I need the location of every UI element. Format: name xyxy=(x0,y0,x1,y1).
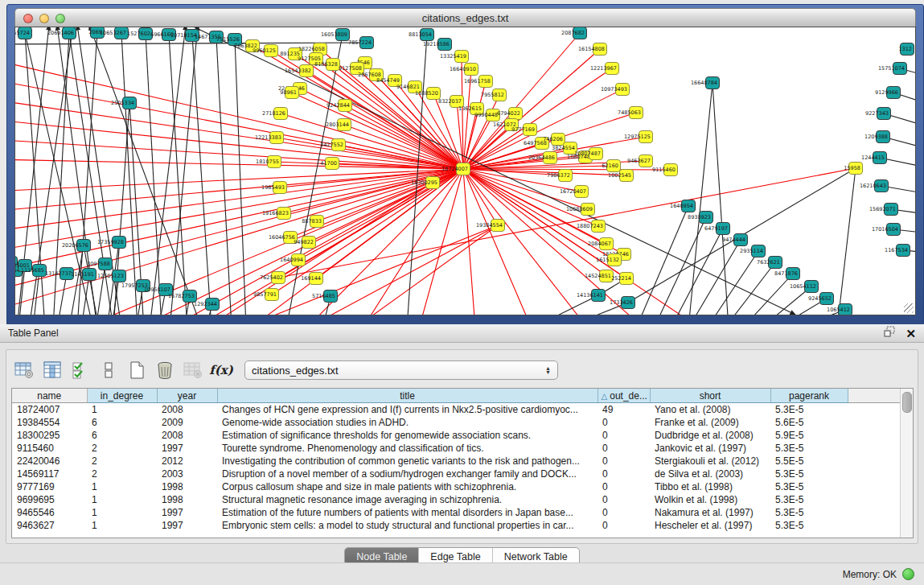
table-cell[interactable]: 1 xyxy=(87,480,157,493)
graph-node-12213967[interactable]: 12213967 xyxy=(590,63,619,75)
graph-node-9129966[interactable]: 9129966 xyxy=(875,87,900,99)
graph-node-15692071[interactable]: 15692071 xyxy=(869,204,898,216)
table-cell[interactable]: 2 xyxy=(87,468,157,480)
table-cell[interactable]: 0 xyxy=(598,480,650,493)
table-row[interactable]: 946362711997Embryonic stem cells: a mode… xyxy=(12,519,900,532)
table-cell[interactable]: Tibbo et al. (1998) xyxy=(650,480,770,493)
graph-node-5716485[interactable]: 5716485 xyxy=(312,290,337,303)
table-cell[interactable]: 5.3E-5 xyxy=(770,519,848,532)
graph-node-14136141[interactable]: 14136141 xyxy=(577,290,606,302)
graph-node-8813054[interactable]: 8813054 xyxy=(409,29,433,41)
scrollbar-thumb[interactable] xyxy=(902,392,912,413)
graph-node-20206576[interactable]: 20206576 xyxy=(62,240,91,252)
graph-node-16046756[interactable]: 16046756 xyxy=(269,232,298,244)
column-header-out_de...[interactable]: △out_de... xyxy=(598,389,650,403)
table-cell[interactable]: 9465546 xyxy=(12,506,87,519)
graph-node-13142737[interactable]: 13142737 xyxy=(45,268,74,280)
table-row[interactable]: 2242004622012Investigating the contribut… xyxy=(12,455,900,468)
function-builder-icon[interactable]: f(x) xyxy=(211,360,231,380)
column-header-year[interactable]: year xyxy=(157,389,217,403)
table-cell[interactable]: Tourette syndrome. Phenomenology and cla… xyxy=(217,442,598,455)
table-cell[interactable]: 1997 xyxy=(157,442,217,455)
table-cell[interactable]: 2008 xyxy=(157,403,217,417)
graph-node-2718126[interactable]: 2718126 xyxy=(262,108,287,120)
table-cell[interactable]: 1 xyxy=(87,403,157,417)
graph-node-13325419[interactable]: 13325419 xyxy=(440,51,469,63)
table-cell[interactable]: 9777169 xyxy=(12,480,87,493)
column-header-title[interactable]: title xyxy=(217,389,598,403)
graph-node-2084067[interactable]: 2084067 xyxy=(588,238,613,250)
graph-node-10654112[interactable]: 10654112 xyxy=(790,281,819,293)
table-row[interactable]: 1830029562008Estimation of significance … xyxy=(12,429,900,442)
graph-node-1733426[interactable]: 1733426 xyxy=(610,297,634,309)
table-row[interactable]: 1872400712008Changes of HCN gene express… xyxy=(12,403,900,417)
column-header-short[interactable]: short xyxy=(650,389,770,403)
table-cell[interactable]: Structural magnetic resonance image aver… xyxy=(217,493,598,506)
graph-node-7485063[interactable]: 7485063 xyxy=(618,107,643,119)
graph-node-1640954[interactable]: 1640954 xyxy=(670,200,695,212)
graph-node-12213383[interactable]: 12213383 xyxy=(255,132,284,144)
delete-table-icon[interactable] xyxy=(183,360,203,380)
table-cell[interactable]: Estimation of significance thresholds fo… xyxy=(217,429,598,442)
table-cell[interactable]: 9463627 xyxy=(12,519,87,532)
graph-node-16154808[interactable]: 16154808 xyxy=(578,43,607,56)
table-cell[interactable]: Corpus callosum shape and size in male p… xyxy=(217,480,598,493)
table-cell[interactable]: 9699695 xyxy=(12,493,87,506)
graph-node-7625402[interactable]: 7625402 xyxy=(260,272,285,284)
table-cell[interactable]: 5.3E-5 xyxy=(770,468,848,480)
table-cell[interactable]: Wolkin et al. (1998) xyxy=(650,493,770,506)
graph-node-16543382[interactable]: 16543382 xyxy=(285,65,314,77)
graph-node-9115460[interactable]: 9115460 xyxy=(652,164,677,176)
graph-node-12505123[interactable]: 12505123 xyxy=(97,270,126,282)
close-icon[interactable]: ✕ xyxy=(906,328,916,340)
graph-node-1244415[interactable]: 1244415 xyxy=(861,152,886,164)
table-cell[interactable]: 0 xyxy=(598,429,650,442)
table-cell[interactable]: 2 xyxy=(87,455,157,468)
table-cell[interactable]: Hescheler et al. (1997) xyxy=(650,519,770,532)
table-cell[interactable]: Estimation of the future numbers of pati… xyxy=(217,506,598,519)
graph-node-1527602[interactable]: 1527602 xyxy=(127,28,152,40)
graph-node-1167534[interactable]: 1167534 xyxy=(885,245,910,257)
graph-node-6479197[interactable]: 6479197 xyxy=(704,223,729,235)
table-cell[interactable]: 5.3E-5 xyxy=(770,403,848,417)
graph-node-10688609[interactable]: 10688609 xyxy=(566,204,595,216)
graph-node-9857791[interactable]: 9857791 xyxy=(253,289,278,301)
graph-node-16961758[interactable]: 16961758 xyxy=(464,76,493,88)
graph-node-62160[interactable]: 62160 xyxy=(602,160,620,172)
window-titlebar[interactable]: citations_edges.txt xyxy=(14,8,916,27)
graph-node-169144[interactable]: 169144 xyxy=(301,273,322,285)
table-cell[interactable]: Yano et al. (2008) xyxy=(650,403,770,417)
graph-node-2087682[interactable]: 2087682 xyxy=(561,27,586,39)
graph-node-8471876[interactable]: 8471876 xyxy=(774,268,799,280)
graph-node-7857224[interactable]: 7857224 xyxy=(348,37,373,49)
table-cell[interactable]: 5.3E-5 xyxy=(770,506,848,519)
table-cell[interactable]: 2008 xyxy=(157,429,217,442)
table-cell[interactable]: 1998 xyxy=(157,480,217,493)
table-cell[interactable]: 1 xyxy=(87,506,157,519)
table-cell[interactable]: Franke et al. (2009) xyxy=(650,416,770,429)
float-window-icon[interactable] xyxy=(884,326,896,340)
table-cell[interactable]: 5.3E-5 xyxy=(770,442,848,455)
network-viewport[interactable]: 1405572420691406206910653267152760269661… xyxy=(14,27,916,315)
graph-node-1965493[interactable]: 1965493 xyxy=(261,182,286,194)
table-cell[interactable]: Jankovic et al. (1997) xyxy=(650,442,770,455)
table-cell[interactable]: 9115460 xyxy=(12,442,87,455)
graph-node-252214[interactable]: 252214 xyxy=(611,273,633,285)
graph-node-2935114[interactable]: 2935114 xyxy=(740,245,765,257)
graph-node-1209388[interactable]: 1209388 xyxy=(864,131,889,143)
table-cell[interactable]: 5.9E-5 xyxy=(770,429,848,442)
table-cell[interactable]: 0 xyxy=(598,468,650,480)
table-cell[interactable]: Changes of HCN gene expression and I(f) … xyxy=(217,403,598,417)
graph-node-7955812[interactable]: 7955812 xyxy=(481,89,506,101)
network-canvas[interactable]: 1405572420691406206910653267152760269661… xyxy=(15,27,916,315)
graph-node-1810755[interactable]: 1810755 xyxy=(256,156,281,168)
table-cell[interactable]: 1 xyxy=(87,493,157,506)
delete-column-icon[interactable] xyxy=(155,360,175,380)
graph-node-7632621[interactable]: 7632621 xyxy=(757,257,782,269)
table-cell[interactable]: 2009 xyxy=(157,416,217,429)
graph-node-1065412[interactable]: 1065412 xyxy=(827,304,852,316)
table-row[interactable]: 946554611997Estimation of the future num… xyxy=(12,506,900,519)
graph-node-2505334[interactable]: 2505334 xyxy=(111,97,136,109)
table-cell[interactable]: 6 xyxy=(87,429,157,442)
graph-node-14524851[interactable]: 14524851 xyxy=(585,270,614,282)
